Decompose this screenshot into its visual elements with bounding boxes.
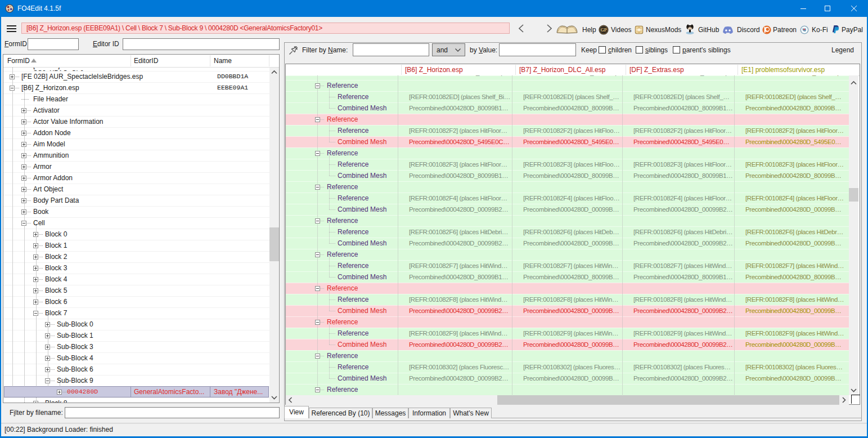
svg-text:GP: GP [600, 28, 606, 33]
